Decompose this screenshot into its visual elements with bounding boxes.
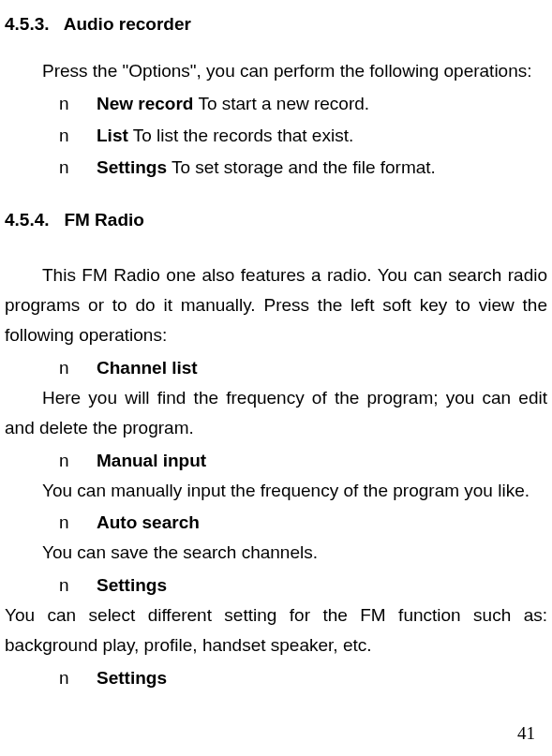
list-item: nNew record To start a new record.: [5, 89, 547, 119]
section2-intro: This FM Radio one also features a radio.…: [5, 260, 547, 351]
item-desc: Here you will find the frequency of the …: [5, 383, 547, 444]
list-item: nAuto search: [5, 508, 547, 538]
list-item: nList To list the records that exist.: [5, 121, 547, 151]
item-label: Manual input: [97, 451, 206, 470]
item-desc: You can save the search channels.: [5, 538, 547, 568]
bullet-icon: n: [59, 353, 97, 383]
item-label: Auto search: [97, 512, 200, 532]
item-label: Channel list: [97, 358, 198, 378]
bullet-icon: n: [59, 663, 97, 693]
item-desc: To list the records that exist.: [128, 126, 353, 145]
section1-intro: Press the "Options", you can perform the…: [5, 56, 547, 86]
item-desc: To start a new record.: [193, 94, 369, 113]
item-label: Settings: [97, 668, 167, 688]
bullet-icon: n: [59, 446, 97, 476]
item-label: Settings: [97, 575, 167, 595]
section-number-2: 4.5.4.: [5, 210, 50, 230]
item-desc: To set storage and the file format.: [167, 157, 436, 177]
bullet-icon: n: [59, 508, 97, 538]
item-label: New record: [97, 94, 193, 113]
list-item: nManual input: [5, 446, 547, 476]
page-number: 41: [517, 719, 535, 749]
item-desc: You can manually input the frequency of …: [5, 476, 547, 506]
section-heading-1: 4.5.3. Audio recorder: [5, 9, 547, 39]
list-item: nChannel list: [5, 353, 547, 383]
item-label: Settings: [97, 157, 167, 177]
list-item: nSettings: [5, 571, 547, 600]
bullet-icon: n: [59, 153, 97, 183]
section-title-1: Audio recorder: [64, 14, 191, 34]
item-desc: You can select different setting for the…: [5, 600, 547, 661]
item-label: List: [97, 126, 128, 145]
bullet-icon: n: [59, 121, 97, 151]
list-item: nSettings To set storage and the file fo…: [5, 153, 547, 183]
list-item: nSettings: [5, 663, 547, 693]
section-title-2: FM Radio: [64, 210, 144, 230]
section-heading-2: 4.5.4. FM Radio: [5, 205, 547, 235]
bullet-icon: n: [59, 571, 97, 600]
bullet-icon: n: [59, 89, 97, 119]
section-number-1: 4.5.3.: [5, 14, 50, 34]
